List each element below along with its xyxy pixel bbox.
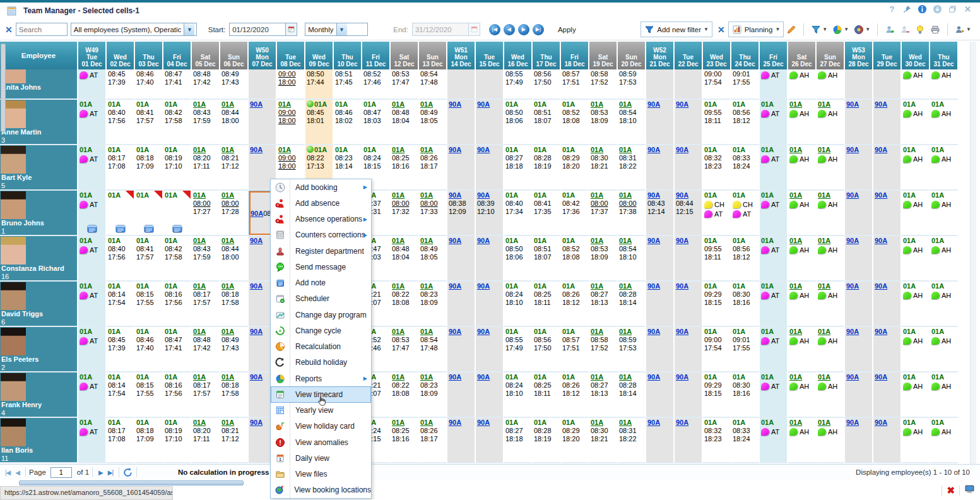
grid-cell[interactable]: 01A08:4918:05 bbox=[419, 236, 447, 282]
grid-cell[interactable]: 01A08:1817:09 bbox=[135, 145, 163, 191]
grid-cell[interactable]: 01AAH bbox=[788, 282, 817, 327]
day-code-link[interactable]: 90A bbox=[449, 191, 461, 199]
date-column-header[interactable]: Sun06 Dec bbox=[220, 42, 249, 69]
menu-item-daily-view[interactable]: 1Daily view bbox=[271, 450, 371, 466]
date-column-header[interactable]: Sun27 Dec bbox=[817, 42, 845, 69]
grid-cell[interactable]: 01A08:2017:11 bbox=[192, 418, 220, 463]
grid-cell[interactable]: 01A09:2918:15 bbox=[703, 282, 731, 327]
day-code-link[interactable]: 90A bbox=[647, 373, 660, 381]
date-column-header[interactable]: Thu31 Dec bbox=[930, 42, 959, 69]
grid-cell[interactable]: 08:5917:53 bbox=[618, 69, 646, 100]
day-code-link[interactable]: 90A bbox=[676, 373, 688, 381]
grid-cell[interactable]: 01AAT bbox=[760, 100, 788, 145]
day-code-link[interactable]: 90A bbox=[477, 237, 490, 244]
grid-cell[interactable]: 90A bbox=[845, 418, 873, 463]
grid-cell[interactable]: 01A08:2718:13 bbox=[589, 282, 618, 327]
grid-cell[interactable]: 01AAH bbox=[817, 145, 845, 191]
day-code-link[interactable]: 90A bbox=[846, 282, 859, 290]
day-code-link[interactable]: 90A bbox=[676, 100, 688, 108]
grid-cell[interactable]: 01A08:1717:08 bbox=[107, 145, 135, 191]
menu-item-add-booking[interactable]: Add booking▶ bbox=[271, 179, 371, 195]
grid-cell[interactable]: 01A08:5317:47 bbox=[391, 327, 419, 372]
date-column-header[interactable]: Fri11 Dec bbox=[362, 42, 391, 69]
export-employee-button[interactable]: ▼ bbox=[955, 25, 971, 35]
grid-cell[interactable]: 01A08:4918:05 bbox=[419, 100, 447, 145]
day-code-link[interactable]: 90A bbox=[477, 100, 490, 108]
grid-cell[interactable]: 01AAT bbox=[760, 327, 788, 372]
grid-cell[interactable]: 90A bbox=[873, 282, 902, 327]
grid-cell[interactable]: 01A08:4117:35 bbox=[533, 191, 561, 236]
grid-cell[interactable]: 01A08:2718:18 bbox=[504, 418, 533, 463]
vertical-scrollbar[interactable] bbox=[970, 42, 976, 464]
horizontal-scrollbar-thumb[interactable] bbox=[19, 480, 244, 485]
grid-cell[interactable]: 01A08:2318:09 bbox=[419, 282, 447, 327]
grid-cell[interactable]: 01A08:2818:14 bbox=[618, 282, 646, 327]
date-column-header[interactable]: Wed09 Dec bbox=[305, 42, 334, 69]
first-period-button[interactable]: |◀ bbox=[489, 24, 500, 35]
grid-cell[interactable]: 01A08:4418:00 bbox=[220, 236, 249, 282]
grid-cell[interactable]: 01AAT bbox=[78, 282, 107, 327]
menu-item-add-absence[interactable]: Add absence bbox=[271, 195, 371, 211]
day-code-link[interactable]: 90A bbox=[676, 282, 688, 290]
grid-cell[interactable]: 90A bbox=[873, 236, 902, 282]
day-code-link[interactable]: 90A bbox=[875, 419, 887, 426]
grid-cell[interactable]: 01A08:0017:33 bbox=[419, 191, 447, 236]
grid-cell[interactable]: 90A bbox=[476, 372, 504, 418]
grid-cell[interactable]: 90A bbox=[646, 418, 675, 463]
grid-cell[interactable]: 90A bbox=[476, 418, 504, 463]
date-column-header[interactable]: Wed30 Dec bbox=[902, 42, 930, 69]
grid-cell[interactable]: 01A08:1717:08 bbox=[107, 418, 135, 463]
day-code-link[interactable]: 90A bbox=[846, 373, 859, 381]
employee-cell[interactable]: Constanza Richard16 bbox=[0, 236, 78, 282]
grid-cell[interactable]: 01AAT bbox=[760, 418, 788, 463]
grid-cell[interactable]: 01A08:2618:12 bbox=[561, 372, 589, 418]
date-column-header[interactable]: Tue29 Dec bbox=[873, 42, 902, 69]
menu-item-recalculation[interactable]: Recalculation bbox=[271, 339, 371, 355]
grid-cell[interactable]: 01A08:1817:58 bbox=[220, 282, 249, 327]
grid-cell[interactable]: 01AAH bbox=[902, 282, 930, 327]
day-code-link[interactable]: 90A bbox=[449, 100, 461, 108]
grid-cell[interactable]: 01A08:2718:18 bbox=[504, 145, 533, 191]
grid-cell[interactable]: 01A08:2017:11 bbox=[192, 145, 220, 191]
grid-cell[interactable]: 08:4717:41 bbox=[163, 69, 192, 100]
last-page-button[interactable]: ▶| bbox=[108, 469, 113, 476]
grid-cell[interactable]: 01A08:2818:14 bbox=[618, 372, 646, 418]
day-code-link[interactable]: 90A bbox=[477, 373, 490, 381]
grid-cell[interactable]: 08:5317:47 bbox=[391, 69, 419, 100]
grid-cell[interactable]: 01A08:5018:06 bbox=[504, 236, 533, 282]
help-icon[interactable]: ? bbox=[887, 4, 897, 14]
day-code-link[interactable]: 90A bbox=[250, 237, 263, 244]
day-code-link[interactable]: 90A bbox=[251, 210, 263, 217]
grid-cell[interactable]: 01A08:5617:50 bbox=[533, 327, 561, 372]
employee-cell[interactable]: Bruno Johns1 bbox=[0, 191, 78, 236]
grid-cell[interactable]: 01A08:5118:07 bbox=[533, 100, 561, 145]
grid-cell[interactable]: 01A08:2818:19 bbox=[533, 145, 561, 191]
next-page-button[interactable]: ▶ bbox=[98, 469, 103, 476]
edit-button[interactable] bbox=[786, 25, 796, 35]
menu-item-view-files[interactable]: View files bbox=[271, 467, 371, 482]
grid-cell[interactable]: 08:4517:39 bbox=[107, 69, 135, 100]
search-input[interactable] bbox=[16, 23, 68, 36]
remove-employee-button[interactable] bbox=[900, 25, 910, 35]
date-column-header[interactable]: Thu03 Dec bbox=[135, 42, 163, 69]
grid-cell[interactable]: 01A08:3118:22 bbox=[618, 145, 646, 191]
grid-cell[interactable]: 01A08:0017:38 bbox=[618, 191, 646, 236]
grid-cell[interactable]: 01AAH bbox=[930, 372, 959, 418]
grid-cell[interactable]: 01A08:1817:09 bbox=[135, 418, 163, 463]
date-column-header[interactable]: W49Tue01 Dec bbox=[78, 42, 107, 69]
employee-cell[interactable]: Els Peeters2 bbox=[0, 327, 78, 372]
day-code-link[interactable]: 90A bbox=[449, 419, 461, 426]
grid-cell[interactable]: 90A bbox=[675, 100, 703, 145]
grid-cell[interactable]: 90A bbox=[873, 145, 902, 191]
employee-cell[interactable]: Anita Johns7 bbox=[0, 69, 78, 100]
color-view-button[interactable]: ▼ bbox=[854, 25, 870, 35]
prev-page-button[interactable]: ◀ bbox=[15, 469, 20, 476]
grid-cell[interactable]: 01A bbox=[163, 191, 192, 236]
start-calendar-icon[interactable] bbox=[286, 23, 297, 36]
grid-cell[interactable]: 90A bbox=[646, 372, 675, 418]
menu-item-change-cycle[interactable]: Change cycle bbox=[271, 323, 371, 338]
grid-cell[interactable]: 01AAT bbox=[760, 236, 788, 282]
grid-cell[interactable]: 01A08:4217:58 bbox=[163, 236, 192, 282]
grid-cell[interactable]: 01A08:0017:27 bbox=[192, 191, 220, 236]
date-column-header[interactable]: Wed16 Dec bbox=[504, 42, 533, 69]
